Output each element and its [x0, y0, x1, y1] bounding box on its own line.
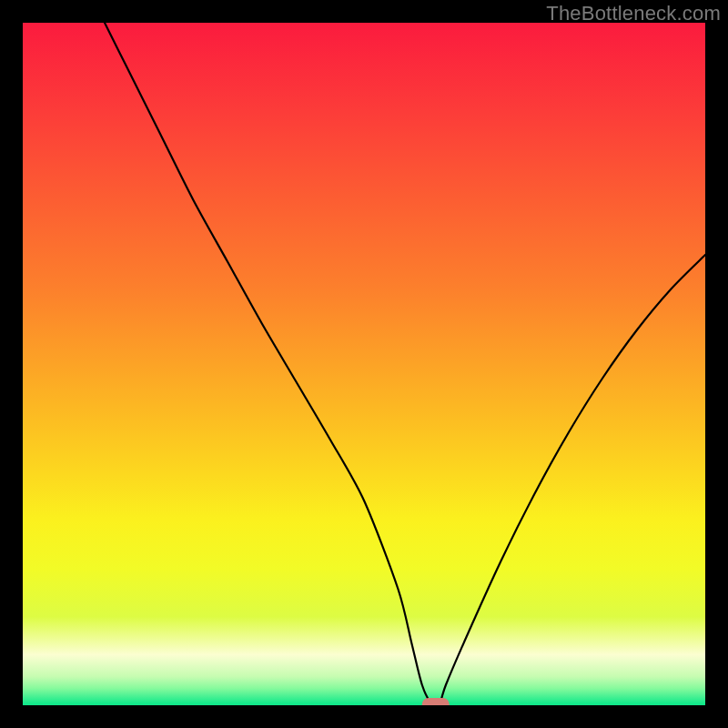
chart-frame: TheBottleneck.com — [0, 0, 728, 728]
watermark-text: TheBottleneck.com — [546, 2, 721, 25]
optimal-marker — [422, 698, 450, 705]
plot-area — [23, 23, 705, 705]
bottleneck-chart — [23, 23, 705, 705]
gradient-background — [23, 23, 705, 705]
